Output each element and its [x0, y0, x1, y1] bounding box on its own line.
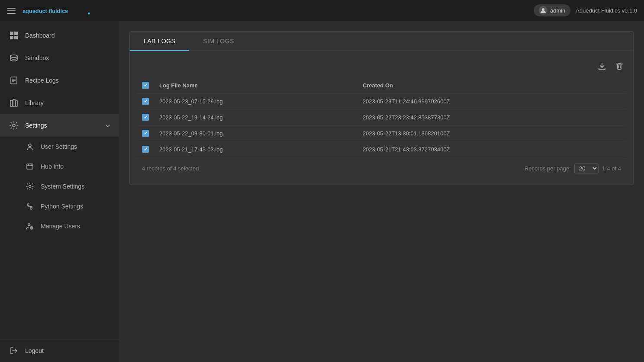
table-header: ✓ Log File Name Created On — [137, 77, 626, 93]
row-created: 2023-05-22T13:30:01.136820100Z — [357, 125, 626, 141]
sandbox-icon — [9, 53, 19, 63]
header-checkbox-cell: ✓ — [137, 77, 154, 93]
sidebar-label-settings: Settings — [25, 122, 47, 129]
submenu-label-manage-users: Manage Users — [41, 223, 80, 230]
admin-label: admin — [550, 7, 565, 14]
per-page-select[interactable]: 20 50 100 — [574, 163, 599, 173]
svg-rect-15 — [10, 100, 13, 106]
svg-point-26 — [31, 207, 32, 208]
sidebar-label-dashboard: Dashboard — [25, 32, 55, 39]
hub-info-icon — [25, 162, 35, 171]
sidebar-item-recipe-logs[interactable]: Recipe Logs — [0, 69, 119, 92]
records-per-page-label: Records per page: — [525, 165, 571, 172]
topbar-right: admin Aqueduct Fluidics v0.1.0 — [534, 4, 637, 16]
logs-table: ✓ Log File Name Created On — [137, 77, 626, 157]
submenu-item-python-settings[interactable]: Python Settings — [0, 196, 119, 216]
svg-rect-6 — [10, 32, 13, 35]
svg-point-27 — [28, 224, 30, 226]
delete-button[interactable] — [612, 60, 626, 72]
svg-rect-9 — [14, 36, 18, 39]
row-checkbox-2[interactable]: ✓ — [142, 130, 149, 137]
table-row: ✓ 2023-05-22_19-14-24.log 2023-05-22T23:… — [137, 109, 626, 125]
hamburger-menu[interactable] — [7, 6, 16, 15]
manage-users-icon — [25, 221, 35, 231]
python-settings-icon — [25, 202, 35, 211]
row-filename: 2023-05-23_07-15-29.log — [154, 93, 357, 109]
table-body: ✓ 2023-05-23_07-15-29.log 2023-05-23T11:… — [137, 93, 626, 157]
library-icon — [9, 98, 19, 108]
svg-rect-20 — [27, 164, 33, 169]
column-filename: Log File Name — [154, 77, 357, 93]
sidebar-label-sandbox: Sandbox — [25, 54, 49, 61]
settings-submenu: User Settings Hub Info — [0, 137, 119, 236]
sidebar-label-recipe-logs: Recipe Logs — [25, 77, 59, 84]
row-checkbox-0[interactable]: ✓ — [142, 98, 149, 105]
logs-card: LAB LOGS SIM LOGS — [129, 31, 634, 185]
row-checkbox-cell: ✓ — [137, 141, 154, 157]
sidebar-label-logout: Logout — [25, 347, 44, 354]
row-filename: 2023-05-22_19-14-24.log — [154, 109, 357, 125]
records-right: Records per page: 20 50 100 1-4 of 4 — [525, 163, 621, 173]
svg-text:aqueduct fluidics: aqueduct fluidics — [23, 8, 68, 14]
row-checkbox-cell: ✓ — [137, 93, 154, 109]
submenu-item-user-settings[interactable]: User Settings — [0, 137, 119, 157]
table-row: ✓ 2023-05-21_17-43-03.log 2023-05-21T21:… — [137, 141, 626, 157]
row-created: 2023-05-23T11:24:46.999702600Z — [357, 93, 626, 109]
user-settings-icon — [25, 142, 35, 151]
main-layout: Dashboard Sandbox Recipe — [0, 21, 644, 362]
row-checkbox-1[interactable]: ✓ — [142, 114, 149, 121]
svg-point-24 — [29, 186, 31, 188]
sidebar-item-settings[interactable]: Settings — [0, 114, 119, 137]
submenu-item-hub-info[interactable]: Hub Info — [0, 157, 119, 176]
sidebar-item-dashboard[interactable]: Dashboard — [0, 24, 119, 47]
table-container: ✓ Log File Name Created On — [130, 51, 633, 185]
svg-point-4 — [88, 13, 90, 15]
table-row: ✓ 2023-05-23_07-15-29.log 2023-05-23T11:… — [137, 93, 626, 109]
svg-rect-0 — [7, 8, 16, 9]
admin-avatar — [539, 6, 547, 15]
table-footer: 4 records of 4 selected Records per page… — [137, 159, 626, 178]
sidebar-label-library: Library — [25, 99, 44, 106]
main-content: LAB LOGS SIM LOGS — [119, 21, 644, 362]
row-filename: 2023-05-22_09-30-01.log — [154, 125, 357, 141]
logout-icon — [9, 346, 19, 356]
submenu-label-user-settings: User Settings — [41, 143, 77, 150]
svg-rect-2 — [7, 13, 16, 14]
logo: aqueduct fluidics — [23, 3, 92, 17]
svg-rect-7 — [14, 32, 18, 35]
svg-rect-17 — [16, 101, 17, 106]
row-checkbox-cell: ✓ — [137, 125, 154, 141]
submenu-item-system-settings[interactable]: System Settings — [0, 176, 119, 196]
svg-rect-16 — [13, 99, 15, 106]
svg-point-18 — [13, 124, 15, 127]
row-created: 2023-05-21T21:43:03.372703400Z — [357, 141, 626, 157]
sidebar-item-sandbox[interactable]: Sandbox — [0, 47, 119, 69]
dashboard-icon — [9, 30, 19, 41]
pagination-label: 1-4 of 4 — [602, 165, 621, 172]
topbar: aqueduct fluidics admin Aqueduct Fluidic… — [0, 0, 644, 21]
row-checkbox-3[interactable]: ✓ — [142, 146, 149, 153]
table-toolbar — [137, 58, 626, 74]
svg-point-10 — [10, 55, 17, 58]
row-filename: 2023-05-21_17-43-03.log — [154, 141, 357, 157]
submenu-label-hub-info: Hub Info — [41, 163, 64, 170]
settings-icon — [9, 120, 19, 131]
sidebar: Dashboard Sandbox Recipe — [0, 21, 119, 362]
sidebar-item-library[interactable]: Library — [0, 92, 119, 114]
system-settings-icon — [25, 182, 35, 191]
settings-expand-icon — [105, 122, 110, 129]
admin-badge[interactable]: admin — [534, 4, 570, 16]
recipe-logs-icon — [9, 75, 19, 86]
row-created: 2023-05-22T23:23:42.853877300Z — [357, 109, 626, 125]
svg-rect-8 — [10, 36, 13, 39]
select-all-checkbox[interactable]: ✓ — [142, 82, 149, 89]
download-button[interactable] — [595, 60, 609, 72]
sidebar-item-logout[interactable]: Logout — [0, 340, 119, 362]
submenu-label-system-settings: System Settings — [41, 183, 84, 190]
tab-lab-logs[interactable]: LAB LOGS — [130, 32, 189, 51]
column-created: Created On — [357, 77, 626, 93]
records-summary: 4 records of 4 selected — [142, 165, 199, 172]
topbar-left: aqueduct fluidics — [7, 3, 92, 17]
tab-sim-logs[interactable]: SIM LOGS — [189, 32, 248, 51]
submenu-item-manage-users[interactable]: Manage Users — [0, 216, 119, 236]
